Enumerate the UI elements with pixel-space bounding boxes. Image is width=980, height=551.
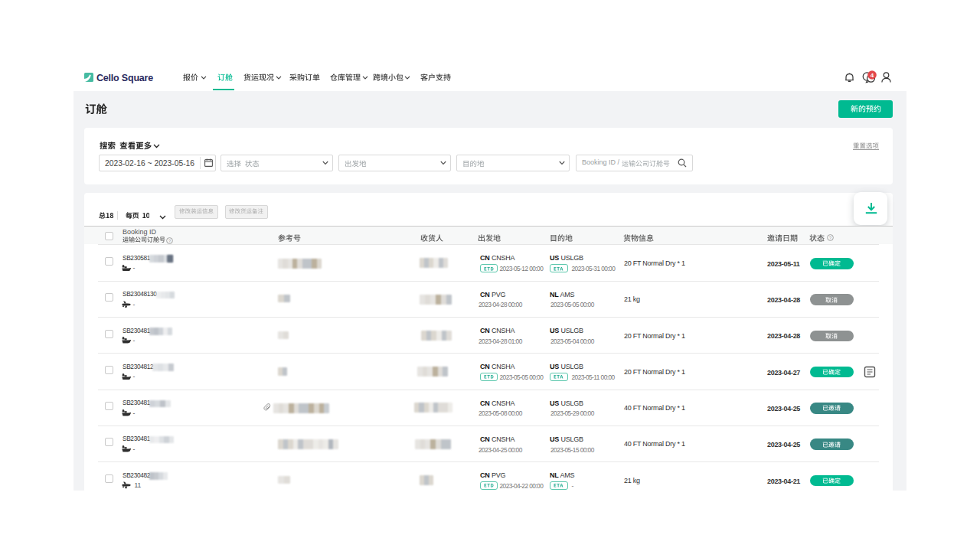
svg-text:4: 4: [870, 71, 874, 78]
svg-text:?: ?: [168, 238, 171, 243]
svg-text:?: ?: [829, 235, 831, 240]
